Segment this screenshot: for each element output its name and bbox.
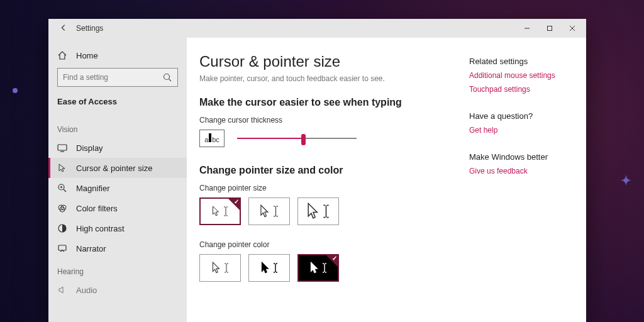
pointer-size-medium[interactable] bbox=[248, 197, 290, 225]
sidebar-item-label: Audio bbox=[76, 286, 97, 295]
group-hearing-label: Hearing bbox=[48, 258, 187, 280]
high-contrast-icon bbox=[57, 223, 67, 233]
thickness-preview: abc bbox=[199, 130, 225, 147]
color-filters-icon bbox=[57, 203, 67, 213]
sidebar-item-label: Cursor & pointer size bbox=[76, 164, 152, 173]
svg-point-2 bbox=[164, 74, 170, 80]
section-pointer-title: Change pointer size and color bbox=[199, 165, 454, 176]
right-rail: Related settings Additional mouse settin… bbox=[467, 38, 586, 322]
sidebar-item-display[interactable]: Display bbox=[48, 138, 187, 158]
page-subtitle: Make pointer, cursor, and touch feedback… bbox=[199, 74, 454, 83]
link-touchpad[interactable]: Touchpad settings bbox=[469, 85, 577, 94]
pointer-color-label: Change pointer color bbox=[199, 240, 454, 249]
window-title: Settings bbox=[76, 24, 103, 33]
svg-line-7 bbox=[64, 189, 66, 192]
nav-home[interactable]: Home bbox=[48, 45, 187, 65]
sidebar-item-color-filters[interactable]: Color filters bbox=[48, 198, 187, 218]
close-button[interactable] bbox=[561, 19, 584, 38]
related-settings-heading: Related settings bbox=[469, 57, 577, 66]
sidebar: Home Ease of Access Vision Display Curso… bbox=[48, 38, 187, 322]
display-icon bbox=[57, 143, 67, 153]
nav-home-label: Home bbox=[76, 51, 98, 60]
section-cursor-title: Make the cursor easier to see when typin… bbox=[199, 97, 454, 108]
sidebar-item-cursor-pointer[interactable]: Cursor & pointer size bbox=[48, 158, 187, 178]
svg-rect-14 bbox=[58, 245, 66, 250]
sidebar-item-high-contrast[interactable]: High contrast bbox=[48, 218, 187, 238]
settings-window: Settings Home bbox=[48, 19, 586, 322]
cursor-icon bbox=[57, 163, 67, 173]
page-title: Cursor & pointer size bbox=[199, 53, 454, 70]
link-additional-mouse[interactable]: Additional mouse settings bbox=[469, 71, 577, 80]
thickness-label: Change cursor thickness bbox=[199, 116, 454, 125]
minimize-button[interactable] bbox=[516, 19, 538, 38]
sidebar-item-audio[interactable]: Audio bbox=[48, 280, 187, 300]
maximize-button[interactable] bbox=[538, 19, 561, 38]
titlebar: Settings bbox=[48, 19, 586, 38]
sidebar-item-label: High contrast bbox=[76, 224, 125, 233]
sidebar-item-magnifier[interactable]: Magnifier bbox=[48, 178, 187, 198]
sidebar-item-label: Display bbox=[76, 143, 103, 153]
magnifier-icon bbox=[57, 183, 67, 193]
pointer-color-options: ✓ bbox=[199, 254, 454, 282]
pointer-size-options: ✓ bbox=[199, 197, 454, 225]
question-heading: Have a question? bbox=[469, 111, 577, 121]
feedback-heading: Make Windows better bbox=[469, 152, 577, 162]
pointer-color-white[interactable] bbox=[199, 254, 241, 282]
link-feedback[interactable]: Give us feedback bbox=[469, 167, 577, 175]
audio-icon bbox=[57, 285, 67, 295]
pointer-color-black[interactable] bbox=[248, 254, 290, 282]
svg-rect-1 bbox=[548, 26, 552, 31]
search-input[interactable] bbox=[63, 73, 162, 82]
settings-body: Cursor & pointer size Make pointer, curs… bbox=[187, 38, 467, 322]
sidebar-category: Ease of Access bbox=[48, 93, 187, 116]
svg-rect-4 bbox=[58, 145, 67, 150]
svg-line-3 bbox=[169, 79, 172, 82]
home-icon bbox=[57, 50, 67, 60]
group-vision-label: Vision bbox=[48, 116, 187, 138]
sidebar-item-narrator[interactable]: Narrator bbox=[48, 238, 187, 258]
sidebar-item-label: Magnifier bbox=[76, 184, 109, 193]
pointer-size-small[interactable]: ✓ bbox=[199, 197, 241, 225]
search-icon bbox=[162, 72, 172, 82]
pointer-size-large[interactable] bbox=[297, 197, 339, 225]
sidebar-item-label: Narrator bbox=[76, 244, 106, 253]
back-button[interactable] bbox=[55, 23, 72, 34]
search-input-wrap[interactable] bbox=[57, 68, 178, 87]
link-get-help[interactable]: Get help bbox=[469, 126, 577, 135]
pointer-color-inverted[interactable]: ✓ bbox=[297, 254, 339, 282]
pointer-size-label: Change pointer size bbox=[199, 184, 454, 192]
thickness-slider[interactable] bbox=[237, 132, 357, 145]
sidebar-item-label: Color filters bbox=[76, 204, 118, 213]
narrator-icon bbox=[57, 243, 67, 253]
